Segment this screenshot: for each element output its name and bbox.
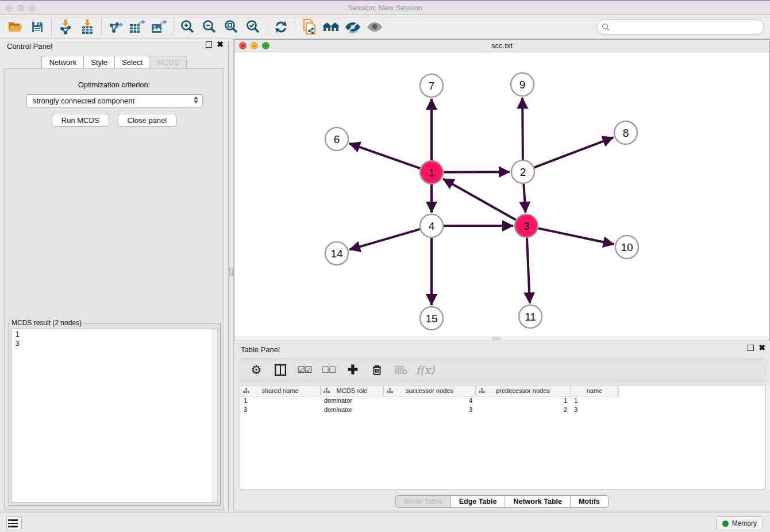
table-row[interactable]: 1 dominator 4 1 1 xyxy=(240,396,619,406)
graph-node-label-3: 3 xyxy=(523,220,530,232)
copy-network-button[interactable] xyxy=(298,17,320,37)
function-builder-button[interactable]: f(x) xyxy=(415,361,436,379)
titlebar: Session: New Session xyxy=(0,1,770,15)
list-icon xyxy=(10,519,18,527)
zoom-fit-button[interactable] xyxy=(220,17,242,37)
tab-network-table[interactable]: Network Table xyxy=(505,495,570,508)
export-image-icon xyxy=(151,20,167,34)
control-panel-title: Control Panel xyxy=(7,42,52,51)
zoom-selected-button[interactable] xyxy=(242,17,264,37)
toolbar-separator xyxy=(101,18,102,36)
control-panel: Control Panel ✖ Network Style Select MCD… xyxy=(0,39,228,512)
show-panel-button[interactable] xyxy=(364,17,386,37)
delete-column-button[interactable] xyxy=(367,361,387,379)
close-window-icon[interactable] xyxy=(6,5,13,11)
refresh-button[interactable] xyxy=(270,17,292,37)
import-network-button[interactable] xyxy=(55,17,76,37)
cell-successor-nodes[interactable]: 3 xyxy=(384,406,476,415)
tab-style[interactable]: Style xyxy=(83,56,114,69)
close-panel-icon[interactable]: ✖ xyxy=(217,41,224,48)
export-image-button[interactable] xyxy=(148,17,170,37)
column-header-predecessor-nodes[interactable]: predecessor nodes xyxy=(476,385,571,396)
column-header-shared-name[interactable]: shared name xyxy=(240,385,321,396)
column-header-name[interactable]: name xyxy=(571,385,619,396)
cell-shared-name[interactable]: 3 xyxy=(240,406,321,415)
deselect-all-button[interactable]: ☐☐ xyxy=(318,361,339,379)
tab-select[interactable]: Select xyxy=(114,56,149,69)
optimization-criterion-select[interactable]: strongly connected component xyxy=(26,94,203,107)
copy-network-icon xyxy=(302,19,317,35)
hscroll-grip-icon[interactable] xyxy=(492,337,500,340)
graph-edge-2-3 xyxy=(523,183,525,213)
tab-mcds[interactable]: MCDS xyxy=(149,56,186,69)
delete-table-button[interactable] xyxy=(391,361,411,379)
home-networks-button[interactable] xyxy=(320,17,342,37)
application-window: Session: New Session xyxy=(0,0,770,532)
network-window-titlebar[interactable]: ✕ − + scc.txt xyxy=(234,40,769,52)
close-panel-button[interactable]: Close panel xyxy=(118,114,177,127)
save-session-button[interactable] xyxy=(26,17,48,37)
cell-name[interactable]: 3 xyxy=(571,406,619,415)
memory-status-icon xyxy=(722,521,729,527)
cell-mcds-role[interactable]: dominator xyxy=(321,396,384,406)
table-vscrollbar[interactable] xyxy=(765,385,770,489)
export-table-button[interactable] xyxy=(126,17,148,37)
export-network-button[interactable] xyxy=(105,17,126,37)
mcds-result-text[interactable]: 1 3 xyxy=(11,328,218,503)
open-session-button[interactable] xyxy=(5,17,26,37)
window-traffic-lights[interactable] xyxy=(6,5,36,11)
cell-predecessor-nodes[interactable]: 2 xyxy=(476,406,571,415)
table-row[interactable]: 3 dominator 3 2 3 xyxy=(240,406,619,415)
search-input[interactable] xyxy=(596,20,764,34)
cell-shared-name[interactable]: 1 xyxy=(240,396,321,406)
network-hscrollbar[interactable] xyxy=(234,336,769,341)
window-title: Session: New Session xyxy=(348,3,422,12)
cell-mcds-role[interactable]: dominator xyxy=(321,406,384,415)
node-table[interactable]: shared name MCDS role successor nodes pr… xyxy=(240,385,765,489)
mcds-panel: Optimization criterion: strongly connect… xyxy=(4,68,224,510)
graph-edges xyxy=(349,98,614,305)
float-panel-icon[interactable] xyxy=(206,41,212,48)
maximize-window-icon[interactable] xyxy=(29,5,36,11)
close-table-panel-icon[interactable]: ✖ xyxy=(759,345,765,351)
table-settings-button[interactable]: ⚙ xyxy=(246,361,267,379)
mcds-result-fieldset: MCDS result (2 nodes) 1 3 xyxy=(9,319,221,506)
panel-splitter[interactable] xyxy=(228,39,234,512)
graph-node-label-2: 2 xyxy=(520,166,526,178)
table-panel-title: Table Panel xyxy=(241,345,280,354)
status-bar: Memory xyxy=(0,512,770,532)
zoom-out-button[interactable] xyxy=(198,17,220,37)
graph-edge-2-8 xyxy=(534,137,614,168)
add-column-button[interactable]: ✚ xyxy=(342,361,363,379)
network-canvas-svg[interactable]: 7968124314101511 xyxy=(234,52,769,337)
splitter-grip-icon[interactable] xyxy=(229,268,233,276)
import-table-button[interactable] xyxy=(76,17,98,37)
network-window-title: scc.txt xyxy=(234,41,769,50)
select-all-button[interactable]: ☑☑ xyxy=(294,361,315,379)
control-panel-header: Control Panel ✖ xyxy=(0,39,228,54)
result-scrollbar[interactable] xyxy=(212,329,217,502)
toolbar-separator xyxy=(295,18,295,36)
tab-motifs[interactable]: Motifs xyxy=(570,495,609,508)
task-history-button[interactable] xyxy=(6,516,22,530)
hide-panel-button[interactable] xyxy=(342,17,364,37)
memory-button[interactable]: Memory xyxy=(716,516,763,530)
cell-name[interactable]: 1 xyxy=(571,396,619,406)
minimize-window-icon[interactable] xyxy=(17,5,24,11)
run-mcds-button[interactable]: Run MCDS xyxy=(52,114,109,127)
split-columns-button[interactable] xyxy=(270,361,291,379)
cell-successor-nodes[interactable]: 4 xyxy=(384,396,476,406)
zoom-in-button[interactable] xyxy=(176,17,198,37)
cell-predecessor-nodes[interactable]: 1 xyxy=(476,396,571,406)
tab-network[interactable]: Network xyxy=(41,56,83,69)
zoom-out-icon xyxy=(202,20,217,34)
hierarchy-icon xyxy=(387,388,393,394)
tab-edge-table[interactable]: Edge Table xyxy=(451,495,505,508)
column-header-successor-nodes[interactable]: successor nodes xyxy=(384,385,476,396)
tab-node-table[interactable]: Node Table xyxy=(395,495,450,508)
graph-node-label-15: 15 xyxy=(425,313,437,325)
table-panel: Table Panel ✖ ⚙ ☑☑ ☐☐ ✚ f(x) xyxy=(234,341,770,512)
search-container xyxy=(596,20,764,34)
float-table-panel-icon[interactable] xyxy=(748,345,754,351)
column-header-mcds-role[interactable]: MCDS role xyxy=(321,385,384,396)
